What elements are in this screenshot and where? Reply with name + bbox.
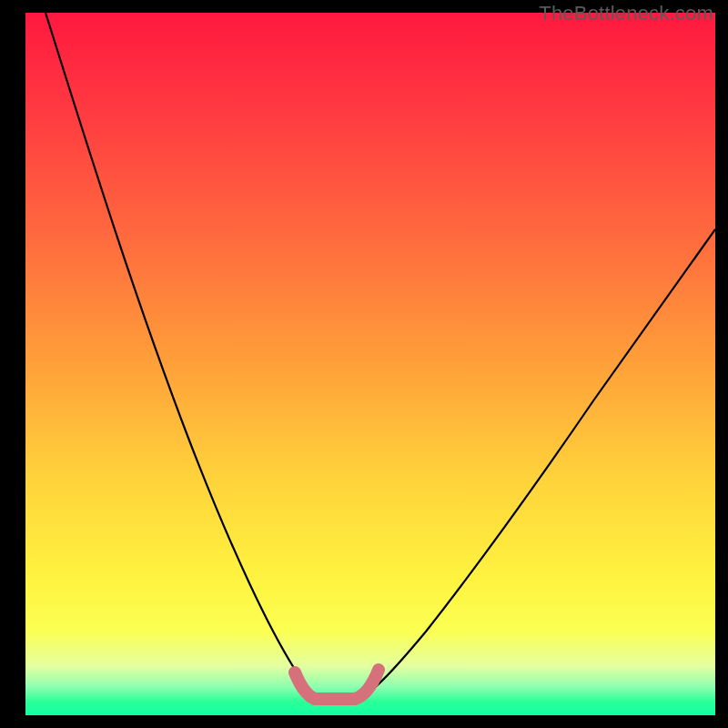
left-curve (46, 13, 319, 698)
right-curve (359, 229, 715, 698)
chart-frame: TheBottleneck.com (0, 0, 728, 728)
plot-area (25, 13, 715, 715)
chart-svg (25, 13, 715, 715)
watermark-text: TheBottleneck.com (539, 2, 713, 25)
floor-segment (295, 670, 379, 699)
